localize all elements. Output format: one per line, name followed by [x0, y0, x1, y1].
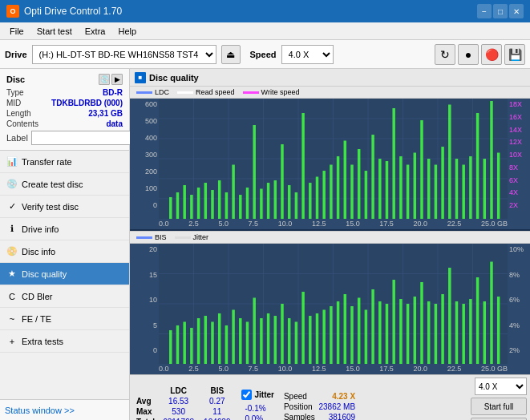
maximize-button[interactable]: □ [493, 4, 508, 18]
svg-rect-78 [183, 322, 185, 365]
svg-rect-91 [274, 316, 277, 364]
speed-select[interactable]: 4.0 X [281, 45, 334, 64]
disc-icons: 💿 ▶ [99, 74, 123, 85]
svg-rect-98 [322, 310, 325, 365]
sidebar-item-transfer-rate[interactable]: 📊 Transfer rate [0, 151, 129, 173]
jitter-section: Jitter -0.1% 0.0% [238, 390, 277, 421]
app-icon: O [6, 5, 19, 18]
sidebar-item-create-test-disc[interactable]: 💿 Create test disc [0, 173, 129, 196]
svg-rect-36 [316, 177, 318, 220]
disc-length-row: Length 23,31 GB [6, 109, 123, 118]
jitter-checkbox-row: Jitter [241, 390, 273, 400]
transfer-rate-icon: 📊 [6, 156, 18, 168]
minimize-button[interactable]: − [477, 4, 492, 18]
svg-rect-105 [371, 289, 374, 364]
svg-rect-50 [414, 153, 416, 220]
bottom-chart-y-right: 10% 8% 6% 4% 2% [508, 244, 530, 364]
svg-rect-38 [330, 165, 332, 220]
sidebar-item-disc-info[interactable]: 📀 Disc info [0, 240, 129, 263]
svg-rect-109 [399, 299, 402, 364]
disc-title: Disc [6, 75, 25, 84]
bottom-chart-body [159, 244, 508, 364]
jitter-checkbox[interactable] [241, 390, 252, 400]
status-window-button[interactable]: Status window >> [0, 399, 129, 420]
main-layout: Disc 💿 ▶ Type BD-R MID TDKBLDRBD (000) L… [0, 69, 530, 420]
svg-rect-25 [239, 195, 241, 219]
speed-action-select[interactable]: 4.0 X [475, 378, 527, 395]
legend-read-speed-color [177, 91, 193, 94]
disc-icon-btn2[interactable]: ▶ [111, 74, 123, 85]
chart-header-icon: ■ [135, 72, 146, 83]
svg-rect-31 [281, 144, 283, 219]
top-chart-svg [159, 99, 508, 219]
svg-rect-17 [183, 185, 185, 219]
toolbar-btn-3[interactable]: 🔴 [481, 44, 502, 65]
menu-file[interactable]: File [3, 25, 30, 38]
toolbar-btn-4[interactable]: 💾 [504, 44, 525, 65]
top-chart-x-axis: 0.0 2.5 5.0 7.5 10.0 12.5 15.0 17.5 20.0… [130, 219, 530, 229]
stats-panel: LDC BIS Avg 16.53 0.27 Max 530 11 Tota [130, 374, 530, 420]
menu-extra[interactable]: Extra [79, 25, 112, 38]
close-button[interactable]: ✕ [509, 4, 524, 18]
position-value: 23862 MB [319, 402, 356, 411]
svg-rect-100 [337, 301, 339, 364]
svg-rect-29 [267, 183, 269, 219]
svg-rect-33 [295, 192, 297, 219]
svg-rect-40 [344, 141, 346, 220]
sidebar-item-disc-quality-label: Disc quality [22, 269, 67, 279]
stats-total-ldc: 6311768 [158, 417, 199, 420]
svg-rect-95 [301, 292, 304, 364]
menu-help[interactable]: Help [111, 25, 143, 38]
legend-jitter-color [175, 236, 191, 239]
samples-row: Samples 381609 [284, 413, 355, 421]
svg-rect-89 [260, 318, 262, 364]
sidebar-item-drive-info[interactable]: ℹ Drive info [0, 218, 129, 240]
svg-rect-16 [176, 192, 179, 219]
disc-type-row: Type BD-R [6, 88, 123, 97]
stats-total-label: Total [133, 417, 158, 420]
start-full-button[interactable]: Start full [471, 398, 527, 415]
svg-rect-88 [253, 298, 255, 365]
svg-rect-93 [288, 318, 290, 364]
svg-rect-94 [295, 322, 297, 365]
eject-button[interactable]: ⏏ [221, 45, 241, 64]
svg-rect-87 [246, 322, 249, 365]
sidebar-item-fe-te-label: FE / TE [22, 314, 51, 324]
disc-quality-icon: ★ [6, 269, 18, 280]
svg-rect-116 [448, 268, 451, 364]
sidebar-item-verify-test-disc[interactable]: ✓ Verify test disc [0, 196, 129, 218]
svg-rect-99 [330, 306, 332, 364]
toolbar-btn-1[interactable]: ↻ [435, 44, 455, 65]
svg-rect-39 [337, 156, 339, 219]
sidebar-item-cd-bler[interactable]: C CD Bler [0, 285, 129, 308]
menu-start-test[interactable]: Start test [30, 25, 79, 38]
svg-rect-48 [399, 156, 402, 219]
legend-bis-color [136, 236, 152, 239]
svg-rect-77 [176, 325, 179, 364]
sidebar-item-disc-quality[interactable]: ★ Disc quality [0, 263, 129, 285]
disc-label-input[interactable] [31, 131, 138, 145]
toolbar-btn-2[interactable]: ● [458, 44, 479, 65]
stats-table: LDC BIS Avg 16.53 0.27 Max 530 11 Tota [133, 386, 235, 420]
sidebar-item-extra-tests[interactable]: + Extra tests [0, 330, 129, 353]
disc-icon-btn1[interactable]: 💿 [99, 74, 110, 85]
top-chart-y-right: 18X 16X 14X 12X 10X 8X 6X 4X 2X [508, 99, 530, 219]
disc-length-label: Length [6, 109, 31, 118]
disc-contents-row: Contents data [6, 119, 123, 128]
stats-avg-label: Avg [133, 396, 158, 406]
sidebar-item-disc-info-label: Disc info [22, 247, 55, 256]
speed-row: Speed 4.23 X [284, 392, 355, 401]
drive-select[interactable]: (H:) HL-DT-ST BD-RE WH16NS58 TST4 [32, 45, 216, 64]
sidebar-item-verify-test-disc-label: Verify test disc [22, 202, 79, 212]
title-bar-controls: − □ ✕ [477, 4, 524, 18]
disc-type-value: BD-R [103, 88, 123, 97]
jitter-label: Jitter [254, 390, 273, 399]
jitter-stats-table: -0.1% 0.0% [241, 403, 273, 421]
stats-max-bis: 11 [199, 406, 235, 417]
svg-rect-24 [232, 165, 234, 220]
legend-bis-label: BIS [155, 233, 167, 241]
sidebar-item-fe-te[interactable]: ~ FE / TE [0, 308, 129, 330]
sidebar-item-cd-bler-label: CD Bler [22, 292, 53, 301]
svg-rect-46 [386, 161, 388, 219]
svg-rect-55 [448, 105, 451, 220]
